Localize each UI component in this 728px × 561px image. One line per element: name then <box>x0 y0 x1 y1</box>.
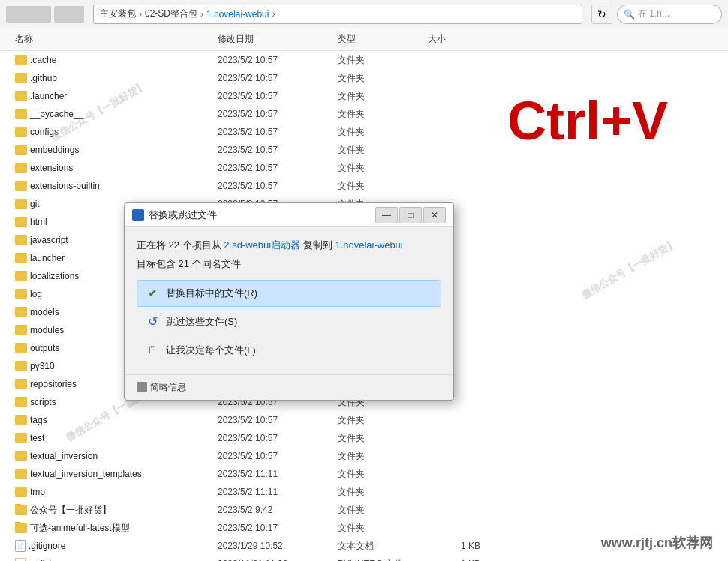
file-name-text: repositories <box>30 379 77 389</box>
dialog-source-link[interactable]: 2.sd-webui启动器 <box>224 239 300 250</box>
col-header-size[interactable]: 大小 <box>428 33 488 46</box>
file-type: 文件夹 <box>338 126 428 139</box>
file-date: 2023/5/2 10:57 <box>218 109 338 119</box>
col-header-type[interactable]: 类型 <box>338 33 428 46</box>
address-part-2: 02-SD整合包 <box>145 8 197 20</box>
separator-3: › <box>272 9 275 20</box>
file-type: 文件夹 <box>338 72 428 85</box>
file-name-text: scripts <box>30 397 56 407</box>
file-name: 公众号【一批好货】 <box>15 504 210 517</box>
file-name: configs <box>15 127 210 137</box>
dialog-minimize-button[interactable]: — <box>375 207 398 224</box>
table-row[interactable]: 公众号【一批好货】 2023/5/2 9:42 文件夹 <box>0 501 728 519</box>
folder-icon <box>15 469 27 479</box>
table-row[interactable]: __pycache__ 2023/5/2 10:57 文件夹 <box>0 105 728 123</box>
file-name-text: 公众号【一批好货】 <box>30 504 111 517</box>
table-row[interactable]: test 2023/5/2 10:57 文件夹 <box>0 429 728 447</box>
table-row[interactable]: .launcher 2023/5/2 10:57 文件夹 <box>0 87 728 105</box>
dialog-option-skip-label: 跳过这些文件(S) <box>166 315 237 328</box>
file-size: 1 KB <box>428 541 488 551</box>
search-placeholder: 在 1.n... <box>638 8 669 20</box>
file-name: extensions-builtin <box>15 181 210 191</box>
table-row[interactable]: extensions 2023/5/2 10:57 文件夹 <box>0 159 728 177</box>
folder-icon <box>15 505 27 515</box>
folder-icon <box>15 361 27 371</box>
file-name-text: .github <box>30 73 57 83</box>
file-name-text: __pycache__ <box>30 109 83 119</box>
file-name-text: .cache <box>30 55 56 65</box>
file-type: 文件夹 <box>338 504 428 517</box>
file-name: __pycache__ <box>15 109 210 119</box>
file-type: 文件夹 <box>338 522 428 535</box>
file-type: 文件夹 <box>338 450 428 463</box>
table-row[interactable]: .github 2023/5/2 10:57 文件夹 <box>0 69 728 87</box>
file-type: 文件夹 <box>338 486 428 499</box>
folder-icon <box>15 397 27 407</box>
folder-icon <box>15 127 27 137</box>
table-row[interactable]: textual_inversion_templates 2023/5/2 11:… <box>0 465 728 483</box>
file-type: 文件夹 <box>338 144 428 157</box>
folder-icon <box>15 55 27 65</box>
search-box[interactable]: 🔍 在 1.n... <box>617 4 722 24</box>
folder-icon <box>15 253 27 263</box>
table-row[interactable]: configs 2023/5/2 10:57 文件夹 <box>0 123 728 141</box>
file-name: textual_inversion <box>15 451 210 461</box>
separator-1: › <box>139 9 142 20</box>
file-name-text: html <box>30 217 47 227</box>
up-button <box>54 6 84 22</box>
dialog-desc-prefix: 正在将 22 个项目从 <box>137 239 224 250</box>
file-date: 2023/1/29 10:52 <box>218 541 338 551</box>
table-row[interactable]: embeddings 2023/5/2 10:57 文件夹 <box>0 141 728 159</box>
address-part-3[interactable]: 1.novelai-webui <box>206 9 269 20</box>
file-type: 文本文档 <box>338 540 428 553</box>
folder-icon <box>15 163 27 173</box>
pylint-icon <box>15 558 26 561</box>
file-type: 文件夹 <box>338 54 428 67</box>
file-name-text: launcher <box>30 253 65 263</box>
dialog-dest-link[interactable]: 1.novelai-webui <box>335 239 402 250</box>
dialog-desc-middle: 复制到 <box>300 239 335 250</box>
file-date: 2023/5/2 11:11 <box>218 487 338 497</box>
table-row[interactable]: 可选-animefull-latest模型 2023/5/2 10:17 文件夹 <box>0 519 728 537</box>
folder-icon <box>15 181 27 191</box>
dialog-maximize-button[interactable]: □ <box>399 207 422 224</box>
table-row[interactable]: tmp 2023/5/2 11:11 文件夹 <box>0 483 728 501</box>
table-row[interactable]: textual_inversion 2023/5/2 10:57 文件夹 <box>0 447 728 465</box>
folder-icon <box>15 271 27 281</box>
folder-icon <box>15 217 27 227</box>
folder-icon <box>15 91 27 101</box>
file-name: .cache <box>15 55 210 65</box>
file-name-text: embeddings <box>30 145 79 155</box>
file-type: 文件夹 <box>338 414 428 427</box>
col-header-date[interactable]: 修改日期 <box>218 33 338 46</box>
dialog-option-decide[interactable]: 🗒 让我决定每个文件(L) <box>137 337 441 364</box>
dialog-close-button[interactable]: ✕ <box>423 207 446 224</box>
address-part-1: 主安装包 <box>100 8 136 20</box>
folder-icon <box>15 145 27 155</box>
table-row[interactable]: extensions-builtin 2023/5/2 10:57 文件夹 <box>0 177 728 195</box>
footer-icon <box>137 382 147 392</box>
table-row[interactable]: tags 2023/5/2 10:57 文件夹 <box>0 411 728 429</box>
col-header-name[interactable]: 名称 <box>15 33 210 46</box>
folder-icon <box>15 289 27 299</box>
folder-icon <box>15 307 27 317</box>
skip-icon: ↺ <box>145 314 160 329</box>
file-date: 2023/5/2 10:17 <box>218 523 338 533</box>
file-name-text: .launcher <box>30 91 67 101</box>
address-bar[interactable]: 主安装包 › 02-SD整合包 › 1.novelai-webui › <box>93 4 582 24</box>
refresh-button[interactable]: ↻ <box>591 4 612 24</box>
file-name: tmp <box>15 487 210 497</box>
table-row[interactable]: 📄 .gitignore 2023/1/29 10:52 文本文档 1 KB <box>0 537 728 555</box>
table-row[interactable]: .pylintrc 2022/11/21 11:33 PYLINTRC 文件 1… <box>0 555 728 561</box>
top-bar-left: 主安装包 › 02-SD整合包 › 1.novelai-webui › <box>6 4 582 24</box>
dialog-footer-link[interactable]: 简略信息 <box>137 381 186 394</box>
folder-icon <box>15 343 27 353</box>
file-date: 2023/5/2 11:11 <box>218 469 338 479</box>
file-date: 2023/5/2 10:57 <box>218 181 338 191</box>
folder-icon <box>15 235 27 245</box>
search-icon: 🔍 <box>624 9 635 20</box>
table-row[interactable]: .cache 2023/5/2 10:57 文件夹 <box>0 51 728 69</box>
dialog-option-replace[interactable]: ✔ 替换目标中的文件(R) <box>137 280 441 307</box>
folder-icon <box>15 199 27 209</box>
dialog-option-skip[interactable]: ↺ 跳过这些文件(S) <box>137 308 441 335</box>
